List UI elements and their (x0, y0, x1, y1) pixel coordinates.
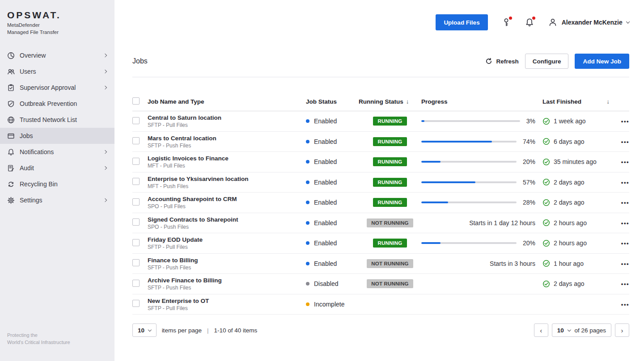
job-name[interactable]: Enterprise to Yksisarvinen location (148, 176, 249, 182)
running-status-badge: NOT RUNNING (367, 279, 413, 288)
more-actions-icon[interactable]: ••• (621, 281, 629, 287)
sidebar-item-supervisor-approval[interactable]: Supervisor Approval (0, 80, 114, 96)
progress-bar (421, 181, 517, 183)
job-status-dot (306, 140, 309, 143)
row-checkbox[interactable] (132, 137, 140, 144)
more-actions-icon[interactable]: ••• (621, 199, 629, 206)
items-per-page-label: items per page (162, 327, 202, 334)
job-name[interactable]: Mars to Central location (148, 135, 216, 142)
last-finished-text: 2 hours ago (554, 219, 587, 227)
more-actions-icon[interactable]: ••• (621, 139, 629, 145)
more-actions-icon[interactable]: ••• (621, 301, 629, 308)
sidebar-item-label: Supervisor Approval (20, 84, 99, 91)
job-status-label: Enabled (314, 118, 337, 125)
row-checkbox[interactable] (132, 178, 140, 185)
sidebar-item-notifications[interactable]: Notifications (0, 144, 114, 160)
opswat-logo: OPSWAT. (7, 10, 107, 21)
job-name[interactable]: Central to Saturn location (148, 114, 221, 121)
job-status-label: Disabled (314, 280, 338, 287)
items-range-label: 1-10 of 40 items (214, 327, 257, 334)
job-name[interactable]: Accounting Sharepoint to CRM (148, 196, 237, 202)
refresh-button[interactable]: Refresh (485, 58, 518, 65)
user-name: Alexander McKenzie (562, 19, 623, 26)
progress-text: 57% (523, 179, 535, 186)
last-finished-text: 1 hour ago (554, 260, 584, 267)
job-status-label: Enabled (314, 179, 337, 186)
chevron-right-icon (103, 86, 107, 90)
job-name[interactable]: Signed Contracts to Sharepoint (148, 216, 238, 223)
notification-dot (509, 17, 512, 20)
row-checkbox[interactable] (132, 280, 140, 287)
job-name[interactable]: Archive Finance to Billing (148, 277, 222, 284)
job-status-dot (306, 180, 309, 184)
job-name[interactable]: Finance to Billing (148, 257, 198, 264)
job-name[interactable]: New Enterprise to OT (148, 298, 209, 304)
row-checkbox[interactable] (132, 259, 140, 266)
progress-text: Starts in 1 day 12 hours (469, 219, 535, 227)
next-page-button[interactable]: › (615, 323, 629, 337)
audit-icon (7, 164, 15, 172)
sidebar-item-jobs[interactable]: Jobs (0, 128, 114, 144)
sidebar-item-audit[interactable]: Audit (0, 160, 114, 176)
bell-icon (7, 148, 15, 156)
configure-button[interactable]: Configure (525, 54, 569, 69)
supervisor-approval-icon (7, 84, 15, 92)
row-checkbox[interactable] (132, 158, 140, 165)
user-menu[interactable]: Alexander McKenzie (548, 17, 629, 27)
gear-icon (7, 197, 15, 204)
table-row: Signed Contracts to SharepointSPO - Push… (132, 213, 629, 234)
col-job-status[interactable]: Job Status (306, 98, 359, 105)
sidebar-item-trusted-network-list[interactable]: Trusted Network List (0, 112, 114, 128)
recycle-icon (7, 180, 15, 188)
row-checkbox[interactable] (132, 239, 140, 246)
more-actions-icon[interactable]: ••• (621, 240, 629, 247)
prev-page-button[interactable]: ‹ (534, 323, 548, 337)
chevron-right-icon (103, 54, 107, 58)
col-running-status[interactable]: Running Status↓ (359, 98, 421, 105)
row-checkbox[interactable] (132, 300, 140, 307)
last-finished-text: 6 days ago (554, 138, 585, 145)
items-per-page-select[interactable]: 10 (132, 323, 157, 337)
chevron-right-icon (103, 70, 107, 74)
upload-files-button[interactable]: Upload Files (436, 14, 487, 30)
sidebar-item-overview[interactable]: Overview (0, 47, 114, 63)
col-progress[interactable]: Progress (421, 98, 535, 105)
check-circle-icon (542, 239, 550, 247)
col-last-finished[interactable]: Last Finished↓ (535, 98, 611, 105)
sidebar-item-users[interactable]: Users (0, 63, 114, 80)
sidebar-item-recycling-bin[interactable]: Recycling Bin (0, 176, 114, 192)
col-job-name[interactable]: Job Name and Type (148, 98, 306, 105)
more-actions-icon[interactable]: ••• (621, 118, 629, 125)
sidebar-item-label: Jobs (20, 132, 107, 139)
sidebar-footer: Protecting the World's Critical Infrastr… (7, 332, 70, 346)
page-number-select[interactable]: 10 of 26 pages (552, 323, 611, 337)
sidebar-nav: Overview Users Supervisor Approval (0, 47, 114, 208)
chevron-right-icon (103, 166, 107, 170)
row-checkbox[interactable] (132, 117, 140, 124)
running-status-badge: RUNNING (373, 117, 407, 126)
add-new-job-button[interactable]: Add New Job (575, 54, 629, 69)
progress-bar (421, 120, 520, 122)
job-name[interactable]: Logistic Invoices to Finance (148, 155, 229, 162)
row-checkbox[interactable] (132, 218, 140, 226)
sidebar-item-outbreak-prevention[interactable]: Outbreak Prevention (0, 96, 114, 112)
job-status-dot (306, 302, 309, 306)
table-row: Finance to BillingSFTP - Push Files Enab… (132, 254, 629, 274)
progress-text: 28% (523, 199, 535, 206)
sidebar-item-label: Trusted Network List (20, 116, 107, 123)
more-actions-icon[interactable]: ••• (621, 260, 629, 267)
license-key-icon[interactable] (501, 17, 511, 27)
more-actions-icon[interactable]: ••• (621, 220, 629, 227)
job-status-label: Enabled (314, 158, 337, 165)
row-checkbox[interactable] (132, 198, 140, 206)
job-type: SFTP - Push Files (148, 143, 301, 149)
pagination-bar: 10 items per page | 1-10 of 40 items ‹ 1… (132, 323, 629, 348)
more-actions-icon[interactable]: ••• (621, 179, 629, 186)
select-all-checkbox[interactable] (132, 97, 140, 105)
job-status-label: Enabled (314, 260, 337, 267)
more-actions-icon[interactable]: ••• (621, 159, 629, 165)
chevron-right-icon (103, 150, 107, 154)
sidebar-item-settings[interactable]: Settings (0, 192, 114, 208)
job-name[interactable]: Friday EOD Update (148, 236, 203, 243)
notifications-bell-icon[interactable] (525, 17, 534, 27)
